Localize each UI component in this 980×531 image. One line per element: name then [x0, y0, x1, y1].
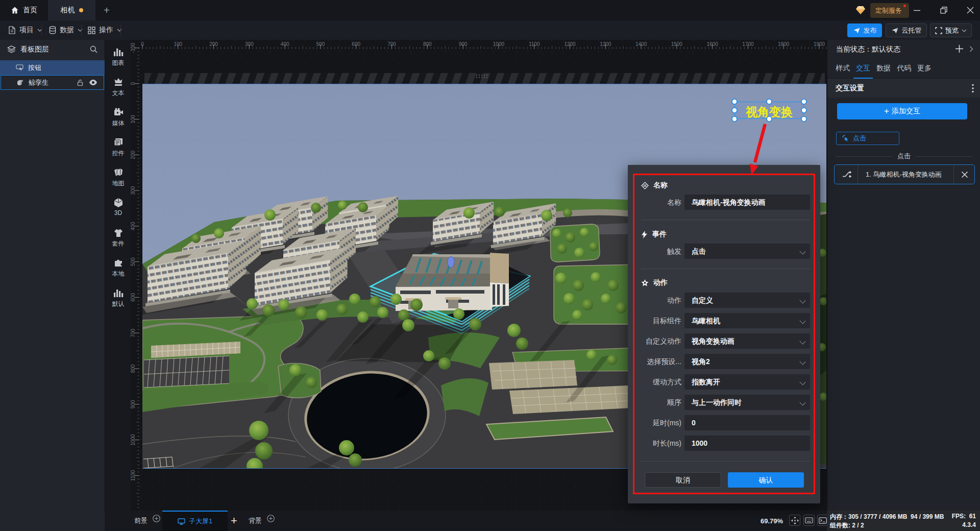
svg-text:300: 300 [131, 186, 136, 195]
svg-text:1800: 1800 [778, 41, 790, 47]
svg-text:400: 400 [281, 41, 289, 47]
svg-text:1400: 1400 [635, 41, 647, 47]
svg-text:0: 0 [141, 41, 144, 47]
svg-text:1700: 1700 [742, 41, 754, 47]
svg-text:-100: -100 [131, 42, 136, 53]
svg-text:1900: 1900 [814, 41, 825, 47]
svg-text:1000: 1000 [493, 41, 505, 47]
svg-text:300: 300 [245, 41, 254, 47]
svg-text:1100: 1100 [131, 470, 136, 481]
svg-text:400: 400 [131, 222, 136, 230]
svg-text:1500: 1500 [671, 41, 683, 47]
svg-text:0: 0 [131, 82, 136, 85]
svg-text:1100: 1100 [529, 41, 540, 47]
svg-text:100: 100 [131, 115, 136, 124]
svg-text:900: 900 [131, 400, 136, 408]
svg-text:100: 100 [174, 41, 182, 47]
svg-text:900: 900 [459, 41, 468, 47]
svg-text:800: 800 [423, 41, 432, 47]
svg-text:600: 600 [131, 293, 136, 302]
svg-text:1200: 1200 [564, 41, 576, 47]
svg-text:700: 700 [387, 41, 396, 47]
svg-text:1600: 1600 [706, 41, 718, 47]
svg-text:800: 800 [131, 364, 136, 373]
svg-text:1000: 1000 [131, 434, 136, 446]
svg-text:700: 700 [131, 328, 136, 337]
svg-text:1300: 1300 [600, 41, 611, 47]
svg-text:200: 200 [209, 41, 218, 47]
svg-text:500: 500 [131, 257, 136, 266]
svg-text:600: 600 [352, 41, 360, 47]
svg-text:500: 500 [316, 41, 325, 47]
svg-text:200: 200 [131, 151, 136, 159]
